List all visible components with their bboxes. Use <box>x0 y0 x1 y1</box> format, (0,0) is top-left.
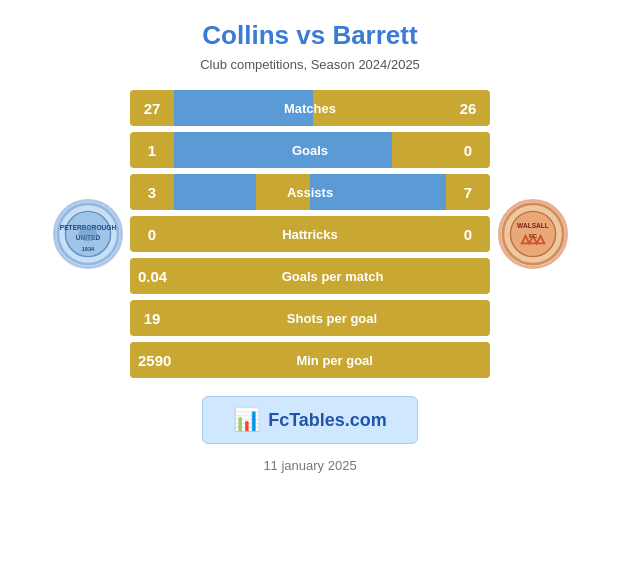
assists-right-value: 7 <box>446 174 490 210</box>
svg-text:1934: 1934 <box>81 246 94 252</box>
footer-date: 11 january 2025 <box>263 458 356 473</box>
stat-row-goals-per-match: 0.04 Goals per match <box>130 258 490 294</box>
assists-label: Assists <box>287 185 333 200</box>
stat-row-matches: 27 Matches 26 <box>130 90 490 126</box>
hattricks-right-value: 0 <box>446 216 490 252</box>
goals-per-match-value: 0.04 <box>130 258 175 294</box>
page-subtitle: Club competitions, Season 2024/2025 <box>200 57 420 72</box>
stat-row-min-per-goal: 2590 Min per goal <box>130 342 490 378</box>
page-title: Collins vs Barrett <box>202 20 417 51</box>
main-area: PETERBOROUGH UNITED 1934 27 Matches 26 <box>10 90 610 378</box>
hattricks-label: Hattricks <box>282 227 338 242</box>
assists-left-value: 3 <box>130 174 174 210</box>
goals-bar: Goals <box>174 132 446 168</box>
fctables-banner[interactable]: 📊 FcTables.com <box>202 396 418 444</box>
banner-text: FcTables.com <box>268 410 387 431</box>
goals-left-value: 1 <box>130 132 174 168</box>
left-team-logo: PETERBOROUGH UNITED 1934 <box>45 199 130 269</box>
svg-text:WALSALL: WALSALL <box>517 222 549 229</box>
matches-label: Matches <box>284 101 336 116</box>
stat-rows-container: 27 Matches 26 1 Goals 0 3 Assi <box>130 90 490 378</box>
left-badge: PETERBOROUGH UNITED 1934 <box>53 199 123 269</box>
right-badge: WALSALL FC <box>498 199 568 269</box>
shots-per-goal-bar: Shots per goal <box>174 300 490 336</box>
main-card: Collins vs Barrett Club competitions, Se… <box>0 0 620 580</box>
banner-icon: 📊 <box>233 407 260 433</box>
hattricks-left-value: 0 <box>130 216 174 252</box>
min-per-goal-label: Min per goal <box>296 353 373 368</box>
min-per-goal-bar: Min per goal <box>179 342 490 378</box>
matches-right-value: 26 <box>446 90 490 126</box>
matches-bar: Matches <box>174 90 446 126</box>
assists-bar: Assists <box>174 174 446 210</box>
stat-row-assists: 3 Assists 7 <box>130 174 490 210</box>
min-per-goal-value: 2590 <box>130 342 179 378</box>
stat-row-goals: 1 Goals 0 <box>130 132 490 168</box>
shots-per-goal-value: 19 <box>130 300 174 336</box>
svg-point-4 <box>78 226 97 241</box>
stat-row-hattricks: 0 Hattricks 0 <box>130 216 490 252</box>
right-team-logo: WALSALL FC <box>490 199 575 269</box>
shots-per-goal-label: Shots per goal <box>287 311 377 326</box>
goals-per-match-bar: Goals per match <box>175 258 490 294</box>
goals-label: Goals <box>292 143 328 158</box>
stat-row-shots-per-goal: 19 Shots per goal <box>130 300 490 336</box>
hattricks-bar: Hattricks <box>174 216 446 252</box>
matches-left-value: 27 <box>130 90 174 126</box>
goals-right-value: 0 <box>446 132 490 168</box>
goals-per-match-label: Goals per match <box>282 269 384 284</box>
